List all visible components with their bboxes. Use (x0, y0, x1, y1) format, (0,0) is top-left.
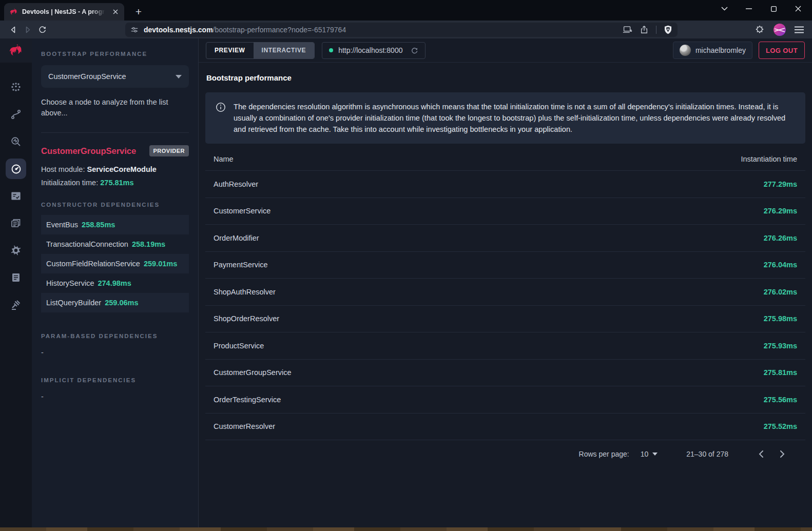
refresh-icon[interactable] (411, 47, 418, 54)
connection-status-dot (329, 48, 333, 52)
window-close-button[interactable] (789, 2, 807, 15)
toolbar-divider (656, 26, 656, 34)
host-module-value: ServiceCoreModule (87, 165, 156, 173)
host-module-row: Host module: ServiceCoreModule (41, 165, 189, 173)
panel-divider (41, 132, 189, 133)
mode-toggle: PREVIEW INTERACTIVE (206, 42, 315, 59)
forward-button-icon[interactable] (21, 23, 35, 37)
implicit-deps-empty: - (41, 392, 189, 401)
url-path: /bootstrap-performance?node=-65179764 (213, 26, 346, 34)
menu-icon[interactable] (795, 26, 804, 33)
target-url: http://localhost:8000 (338, 46, 402, 54)
browser-window: Devtools | NestJS - A progressive + (0, 0, 812, 531)
send-to-device-icon[interactable] (623, 26, 632, 34)
nestjs-favicon-icon (9, 8, 18, 16)
init-time-row: Initialization time: 275.81ms (41, 179, 189, 187)
page-title: Bootstrap performance (206, 73, 805, 82)
nav-settings-icon[interactable] (6, 240, 26, 261)
brave-shield-icon[interactable] (664, 25, 672, 34)
table-row[interactable]: ShopOrderResolver275.98ms (205, 306, 805, 333)
browser-tab-strip: Devtools | NestJS - A progressive + (0, 0, 812, 21)
table-row[interactable]: PaymentService276.04ms (205, 252, 805, 279)
profile-avatar[interactable] (774, 24, 786, 36)
chevron-down-icon (176, 75, 182, 78)
tab-title: Devtools | NestJS - A progressive (22, 8, 107, 15)
node-select-value: CustomerGroupService (48, 72, 126, 81)
table-row[interactable]: ProductService275.93ms (205, 332, 805, 360)
site-settings-icon[interactable] (130, 26, 139, 34)
tab-search-icon[interactable] (716, 2, 733, 15)
nav-graph-icon[interactable] (6, 77, 26, 97)
param-deps-empty: - (41, 348, 189, 357)
node-select-dropdown[interactable]: CustomerGroupService (41, 65, 189, 88)
info-callout: The dependencies resolution algorithm is… (205, 92, 805, 144)
window-maximize-button[interactable] (765, 2, 782, 15)
init-time-value: 275.81ms (100, 179, 133, 187)
back-button-icon[interactable] (6, 23, 21, 37)
node-select-hint: Choose a node to analyze from the list a… (41, 97, 169, 119)
tab-close-icon[interactable] (111, 7, 120, 16)
nav-modules-icon[interactable] (6, 213, 26, 233)
nav-gavel-icon[interactable] (6, 294, 26, 315)
table-row[interactable]: AuthResolver277.29ms (205, 171, 805, 198)
app-header: PREVIEW INTERACTIVE http://localhost:800… (199, 38, 812, 63)
column-name: Name (214, 155, 741, 163)
nav-routes-icon[interactable] (6, 104, 26, 125)
nestjs-logo (0, 38, 32, 63)
url-host: devtools.nestjs.com (144, 26, 213, 34)
implicit-deps-title: IMPLICIT DEPENDENCIES (41, 377, 189, 383)
browser-toolbar: devtools.nestjs.com/bootstrap-performanc… (0, 21, 812, 38)
param-deps-title: PARAM-BASED DEPENDENCIES (41, 333, 189, 339)
table-row[interactable]: OrderTestingService275.56ms (205, 386, 805, 414)
user-avatar (680, 45, 691, 56)
constructor-deps-title: CONSTRUCTOR DEPENDENCIES (41, 202, 189, 208)
analysis-panel: BOOTSTRAP PERFORMANCE CustomerGroupServi… (32, 38, 199, 527)
dependency-item[interactable]: TransactionalConnection258.19ms (41, 234, 189, 254)
reload-button-icon[interactable] (35, 23, 49, 37)
pagination-range: 21–30 of 278 (686, 450, 728, 458)
window-minimize-button[interactable] (740, 2, 758, 15)
table-row[interactable]: CustomerService276.29ms (205, 198, 805, 225)
table-header: Name Instantiation time (205, 148, 805, 171)
performance-table: Name Instantiation time AuthResolver277.… (205, 148, 805, 440)
share-icon[interactable] (640, 25, 649, 34)
target-url-box[interactable]: http://localhost:8000 (322, 42, 426, 59)
rows-per-page-select[interactable]: 10 (641, 450, 658, 458)
next-page-icon[interactable] (774, 445, 791, 463)
table-row[interactable]: ShopAuthResolver276.02ms (205, 279, 805, 306)
url-bar[interactable]: devtools.nestjs.com/bootstrap-performanc… (125, 23, 678, 37)
dependency-item[interactable]: ListQueryBuilder259.06ms (41, 293, 189, 312)
info-text: The dependencies resolution algorithm is… (234, 101, 795, 135)
dependency-item[interactable]: EventBus258.85ms (41, 215, 189, 234)
nav-rail (0, 38, 32, 527)
selected-node-name: CustomerGroupService (41, 146, 136, 156)
dependency-item[interactable]: HistoryService274.98ms (41, 273, 189, 293)
nav-bootstrap-performance-icon[interactable] (6, 159, 26, 179)
dependency-item[interactable]: CustomFieldRelationService259.01ms (41, 254, 189, 273)
constructor-deps-list: EventBus258.85ms TransactionalConnection… (41, 215, 189, 312)
table-row[interactable]: CustomerResolver275.52ms (205, 414, 805, 441)
nav-inspect-icon[interactable] (6, 131, 26, 152)
table-row[interactable]: CustomerGroupService275.81ms (205, 360, 805, 387)
browser-tab[interactable]: Devtools | NestJS - A progressive (4, 3, 124, 21)
table-pagination: Rows per page: 10 21–30 of 278 (205, 440, 805, 468)
panel-section-title: BOOTSTRAP PERFORMANCE (41, 51, 189, 57)
table-row[interactable]: OrderModifier276.26ms (205, 225, 805, 252)
info-icon (216, 102, 226, 135)
extensions-icon[interactable] (755, 25, 765, 35)
chevron-down-icon (652, 453, 658, 456)
interactive-tab[interactable]: INTERACTIVE (254, 43, 315, 58)
nav-audit-icon[interactable] (6, 186, 26, 206)
previous-page-icon[interactable] (752, 445, 769, 463)
preview-tab[interactable]: PREVIEW (206, 43, 254, 58)
user-chip[interactable]: michaelbromley (673, 42, 752, 59)
desktop-edge (0, 527, 812, 531)
logout-button[interactable]: LOG OUT (759, 42, 805, 59)
main-content: Bootstrap performance The dependencies r… (199, 63, 812, 527)
new-tab-button[interactable]: + (131, 5, 146, 19)
provider-badge: PROVIDER (149, 145, 189, 156)
user-name: michaelbromley (695, 46, 746, 54)
rows-per-page-label: Rows per page: (579, 450, 629, 458)
column-instantiation-time: Instantiation time (741, 155, 797, 163)
nav-docs-icon[interactable] (6, 267, 26, 288)
